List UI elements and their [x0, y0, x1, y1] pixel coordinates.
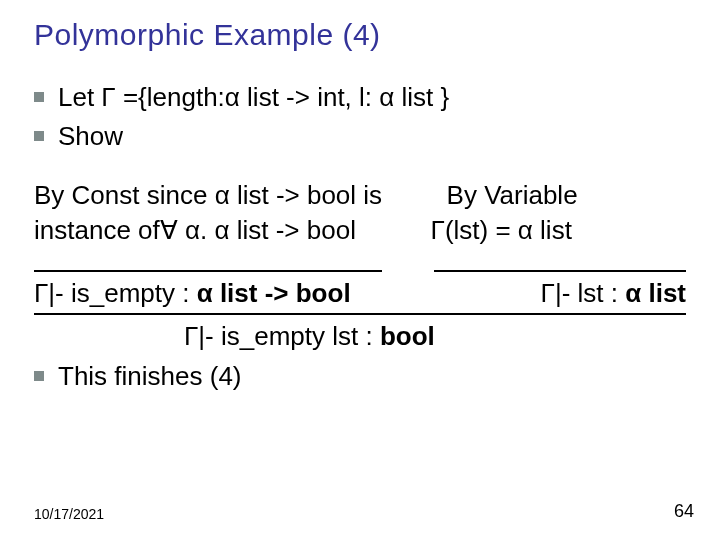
- rule-line-left: [34, 270, 382, 272]
- proof-left-concl-a: Γ|- is_empty :: [34, 278, 197, 308]
- proof-final-concl: Γ|- is_empty lst : bool: [184, 319, 686, 354]
- bullet-text: Show: [58, 119, 123, 154]
- proof-right-concl-a: Γ|- lst :: [541, 278, 626, 308]
- just-left-line2b: ∀ α. α list -> bool: [160, 215, 356, 245]
- bullet-show: Show: [34, 119, 686, 154]
- slide-body: Let Γ ={length:α list -> int, l: α list …: [34, 80, 686, 394]
- footer-page: 64: [674, 501, 694, 522]
- just-left-line1: By Const since α list -> bool is: [34, 178, 401, 213]
- rule-line-right: [434, 270, 686, 272]
- proof-tree: Γ|- is_empty : α list -> bool Γ|- lst : …: [34, 268, 686, 354]
- bullet-text: Let Γ ={length:α list -> int, l: α list …: [58, 80, 449, 115]
- proof-final-concl-b: bool: [380, 321, 435, 351]
- bullet-icon: [34, 92, 44, 102]
- bullet-text: This finishes (4): [58, 359, 242, 394]
- justification-row: By Const since α list -> bool is instanc…: [34, 178, 686, 248]
- proof-final-concl-a: Γ|- is_empty lst :: [184, 321, 380, 351]
- footer-date: 10/17/2021: [34, 506, 104, 522]
- just-left-line2: instance of∀ α. α list -> bool: [34, 213, 401, 248]
- proof-right-concl-b: α list: [625, 278, 686, 308]
- just-left-line2a: instance of: [34, 215, 160, 245]
- proof-premises: Γ|- is_empty : α list -> bool Γ|- lst : …: [34, 268, 686, 311]
- proof-right: Γ|- lst : α list: [412, 268, 686, 311]
- rule-line-full: [34, 313, 686, 315]
- bullet-let: Let Γ ={length:α list -> int, l: α list …: [34, 80, 686, 115]
- justification-left: By Const since α list -> bool is instanc…: [34, 178, 401, 248]
- justification-right: By Variable Γ(lst) = α list: [401, 178, 686, 248]
- just-right-line1: By Variable: [421, 178, 686, 213]
- bullet-icon: [34, 131, 44, 141]
- proof-left: Γ|- is_empty : α list -> bool: [34, 268, 412, 311]
- slide: Polymorphic Example (4) Let Γ ={length:α…: [0, 0, 720, 540]
- just-right-line2: Γ(lst) = α list: [421, 213, 686, 248]
- bullet-icon: [34, 371, 44, 381]
- proof-left-concl-b: α list -> bool: [197, 278, 351, 308]
- proof-right-concl: Γ|- lst : α list: [412, 276, 686, 311]
- slide-title: Polymorphic Example (4): [34, 18, 686, 52]
- proof-left-concl: Γ|- is_empty : α list -> bool: [34, 276, 412, 311]
- bullet-finish: This finishes (4): [34, 359, 686, 394]
